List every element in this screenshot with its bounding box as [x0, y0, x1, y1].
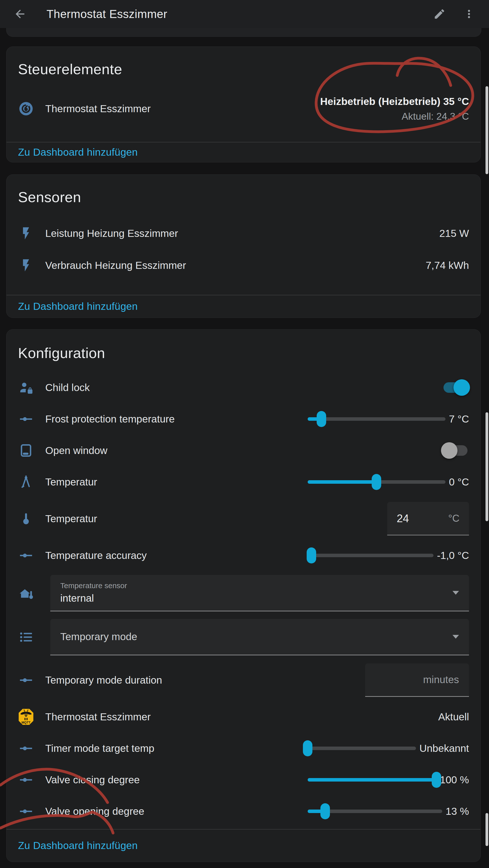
temperature-accuracy-slider[interactable] — [308, 554, 433, 557]
flash-icon — [18, 257, 34, 273]
mqtt-badge-icon: MQTT — [18, 709, 34, 725]
config-label: Valve opening degree — [45, 806, 308, 817]
chevron-down-icon — [453, 591, 459, 595]
entity-state-secondary: Aktuell: 24,3 °C — [320, 111, 469, 122]
temperature-number-input[interactable]: 24 °C — [387, 502, 469, 535]
open-window-toggle[interactable] — [442, 444, 469, 457]
scrollbar-thumb[interactable] — [486, 86, 488, 174]
pencil-icon — [433, 8, 446, 20]
sensor-name: Leistung Heizung Esszimmer — [45, 228, 439, 239]
sensor-row-power[interactable]: Leistung Heizung Esszimmer 215 W — [18, 217, 469, 249]
config-value: 0 °C — [449, 476, 469, 488]
math-compass-icon — [18, 474, 34, 490]
dot-slider-icon — [18, 548, 34, 563]
sensor-row-energy[interactable]: Verbrauch Heizung Esszimmer 7,74 kWh — [18, 249, 469, 281]
sensors-card-title: Sensoren — [18, 189, 469, 206]
back-button[interactable] — [10, 4, 30, 24]
config-row-valve-closing: Valve closing degree 100 % — [18, 764, 469, 796]
slider-thumb[interactable] — [307, 548, 316, 563]
previous-card-edge — [6, 28, 481, 37]
select-placeholder: Temporary mode — [60, 631, 447, 643]
account-lock-icon — [18, 379, 34, 396]
thermostat-dial-icon — [18, 101, 34, 117]
thermometer-icon — [18, 511, 34, 527]
slider-thumb[interactable] — [317, 411, 326, 427]
config-value: -1,0 °C — [437, 550, 469, 561]
config-value: Aktuell — [438, 711, 469, 723]
config-label: Temperature accuracy — [45, 550, 308, 561]
valve-closing-slider[interactable] — [308, 778, 436, 781]
config-row-frost-protection: Frost protection temperature 7 °C — [18, 403, 469, 435]
config-label: Temporary mode duration — [45, 674, 365, 686]
config-row-valve-opening: Valve opening degree 13 % — [18, 796, 469, 827]
page-title: Thermostat Esszimmer — [47, 7, 167, 21]
dot-slider-icon — [18, 740, 34, 756]
frost-protection-slider[interactable] — [308, 417, 445, 421]
app-bar: Thermostat Esszimmer — [0, 0, 489, 28]
slider-thumb[interactable] — [432, 772, 441, 788]
dot-slider-icon — [18, 411, 34, 427]
dot-slider-icon — [18, 803, 34, 819]
config-label: Thermostat Esszimmer — [45, 711, 438, 723]
slider-thumb[interactable] — [372, 474, 381, 490]
config-row-open-window: Open window — [18, 435, 469, 466]
flash-icon — [18, 225, 34, 241]
temperature-sensor-select[interactable]: Temperature sensor internal — [50, 575, 469, 611]
input-placeholder: minutes — [423, 674, 459, 686]
config-row-temporary-mode: Temporary mode — [18, 615, 469, 659]
config-label: Temperatur — [45, 513, 387, 525]
temporary-mode-duration-input[interactable]: minutes — [365, 663, 469, 697]
dot-slider-icon — [18, 772, 34, 788]
menu-button[interactable] — [459, 4, 479, 24]
config-row-temperature-calibration: Temperatur 0 °C — [18, 466, 469, 498]
sensor-value: 7,74 kWh — [426, 259, 469, 271]
svg-text:MQTT: MQTT — [22, 721, 30, 724]
select-label: Temperature sensor — [60, 581, 447, 590]
temperature-slider[interactable] — [308, 480, 445, 484]
config-label: Temperatur — [45, 476, 308, 488]
config-row-mqtt-entity[interactable]: MQTT Thermostat Esszimmer Aktuell — [18, 701, 469, 733]
config-row-temperature-sensor: Temperature sensor internal — [18, 571, 469, 615]
config-row-temperature-number: Temperatur 24 °C — [18, 498, 469, 540]
entity-state: Heizbetrieb (Heizbetrieb) 35 °C Aktuell:… — [320, 96, 469, 122]
slider-thumb[interactable] — [303, 740, 312, 756]
window-icon — [18, 442, 34, 459]
config-label: Timer mode target temp — [45, 743, 308, 754]
valve-opening-slider[interactable] — [308, 809, 442, 813]
config-label: Open window — [45, 445, 442, 457]
temporary-mode-select[interactable]: Temporary mode — [50, 619, 469, 655]
entity-name: Thermostat Esszimmer — [45, 103, 320, 115]
controls-card: Steuerelemente Thermostat Esszimmer Heiz… — [6, 46, 481, 162]
controls-card-title: Steuerelemente — [18, 61, 469, 78]
kebab-menu-icon — [463, 8, 475, 20]
slider-thumb[interactable] — [320, 803, 330, 819]
add-to-dashboard-link[interactable]: Zu Dashboard hinzufügen — [18, 840, 138, 851]
home-thermometer-icon — [18, 585, 34, 601]
config-card: Konfiguration Child lock — [6, 329, 481, 862]
list-bulleted-icon — [18, 629, 34, 645]
arrow-left-icon — [13, 7, 27, 21]
config-value: 7 °C — [449, 413, 469, 425]
config-row-temporary-mode-duration: Temporary mode duration minutes — [18, 659, 469, 701]
thermostat-entity-row[interactable]: Thermostat Esszimmer Heizbetrieb (Heizbe… — [18, 89, 469, 128]
config-value: 100 % — [440, 774, 469, 786]
add-to-dashboard-link[interactable]: Zu Dashboard hinzufügen — [18, 147, 138, 158]
entity-state-primary: Heizbetrieb (Heizbetrieb) 35 °C — [320, 96, 469, 107]
config-label: Valve closing degree — [45, 774, 308, 786]
config-row-child-lock: Child lock — [18, 372, 469, 403]
config-value: 13 % — [446, 806, 469, 817]
sensor-value: 215 W — [439, 228, 469, 239]
select-value: internal — [60, 592, 447, 604]
scrollbar-thumb[interactable] — [486, 412, 488, 521]
child-lock-toggle[interactable] — [442, 381, 469, 394]
add-to-dashboard-link[interactable]: Zu Dashboard hinzufügen — [18, 301, 138, 312]
edit-button[interactable] — [429, 4, 450, 24]
sensors-card: Sensoren Leistung Heizung Esszimmer 215 … — [6, 175, 481, 318]
dot-slider-icon — [18, 672, 34, 688]
timer-mode-target-slider[interactable] — [308, 747, 416, 750]
scrollbar-thumb[interactable] — [486, 813, 488, 846]
config-row-timer-mode-target: Timer mode target temp Unbekannt — [18, 733, 469, 764]
sensor-name: Verbrauch Heizung Esszimmer — [45, 259, 426, 271]
config-label: Frost protection temperature — [45, 413, 308, 425]
config-value: Unbekannt — [420, 743, 469, 754]
